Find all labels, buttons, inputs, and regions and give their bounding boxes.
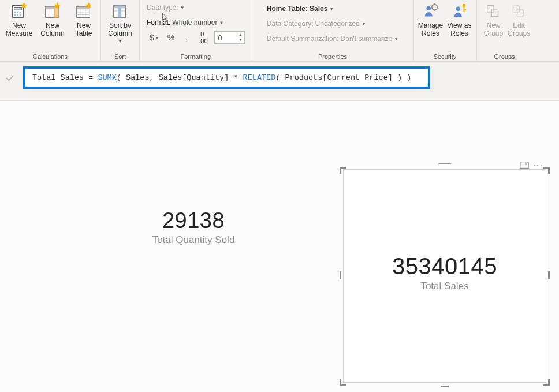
data-category-dropdown[interactable]: Data Category: Uncategorized ▼	[267, 17, 398, 30]
group-edit-icon	[511, 2, 527, 20]
data-category-value: Uncategorized	[315, 20, 360, 28]
resize-handle[interactable]	[340, 379, 341, 386]
svg-rect-7	[20, 14, 21, 16]
spin-down-icon[interactable]: ▼	[237, 38, 244, 43]
ribbon-group-properties: Home Table: Sales ▼ Data Category: Uncat…	[252, 0, 414, 61]
resize-handle[interactable]	[548, 271, 550, 279]
new-measure-button[interactable]: New Measure	[3, 1, 35, 39]
home-table-dropdown[interactable]: Home Table: Sales ▼	[267, 2, 398, 15]
chevron-down-icon: ▼	[394, 36, 398, 42]
chevron-down-icon: ▼	[329, 6, 334, 12]
new-column-label: New Column	[37, 21, 68, 38]
table-icon	[75, 2, 92, 20]
formula-part: Total Sales =	[32, 73, 98, 82]
resize-handle[interactable]	[548, 167, 550, 174]
resize-handle[interactable]	[340, 271, 341, 279]
card-visual-quantity[interactable]: 29138 Total Quantity Sold	[130, 208, 257, 246]
data-type-dropdown[interactable]: Data type: ▼	[147, 1, 245, 14]
card-value: 35340145	[344, 253, 546, 279]
decimal-places-input[interactable]: 0 ▲▼	[214, 31, 245, 44]
group-label-calculations: Calculations	[3, 53, 97, 61]
sort-by-column-button[interactable]: Sort by Column ▼	[105, 1, 136, 47]
edit-groups-label: Edit Groups	[508, 21, 530, 38]
chevron-down-icon: ▾	[156, 35, 158, 40]
chevron-down-icon: ▼	[180, 5, 185, 10]
new-table-button[interactable]: New Table	[70, 1, 97, 39]
new-table-label: New Table	[70, 21, 97, 38]
resize-handle[interactable]	[548, 379, 550, 386]
default-summarization-dropdown[interactable]: Default Summarization: Don't summarize ▼	[267, 32, 398, 45]
view-as-roles-button[interactable]: View as Roles	[446, 1, 473, 39]
svg-rect-41	[520, 162, 528, 169]
manage-roles-label: Manage Roles	[418, 21, 444, 38]
formula-part: ( Products[Current Price] ) )	[275, 73, 411, 82]
format-dropdown[interactable]: Format: Whole number ▼	[147, 16, 245, 29]
group-icon	[485, 2, 502, 20]
edit-groups-button[interactable]: Edit Groups	[509, 1, 529, 39]
home-table-value: Sales	[310, 5, 327, 13]
currency-symbol: $	[150, 33, 154, 42]
formula-fn: RELATED	[243, 73, 276, 82]
ribbon-group-calculations: New Measure New Column	[0, 0, 101, 61]
data-type-label: Data type:	[147, 3, 178, 12]
home-table-label: Home Table:	[267, 5, 308, 13]
spin-up-icon[interactable]: ▲	[237, 32, 244, 38]
default-summarization-value: Don't summarize	[341, 35, 393, 43]
group-label-groups: Groups	[480, 53, 529, 61]
svg-rect-40	[517, 10, 523, 16]
new-group-button[interactable]: New Group	[480, 1, 507, 39]
chevron-down-icon: ▼	[362, 21, 366, 27]
format-label: Format:	[147, 18, 170, 27]
currency-button[interactable]: $ ▾	[147, 31, 161, 44]
format-value: Whole number	[172, 18, 217, 27]
increase-decimal-icon[interactable]: .0.00	[196, 31, 210, 44]
user-key-icon	[451, 2, 468, 20]
view-as-roles-label: View as Roles	[446, 21, 473, 38]
svg-point-28	[431, 5, 437, 10]
default-summarization-label: Default Summarization:	[267, 35, 339, 43]
formula-fn: SUMX	[98, 73, 116, 82]
ribbon-group-sort: Sort by Column ▼ Sort	[101, 0, 140, 61]
svg-rect-36	[463, 9, 466, 10]
svg-rect-6	[17, 14, 18, 16]
resize-handle[interactable]	[441, 386, 449, 387]
visual-frame: 35340145 Total Sales	[343, 169, 546, 383]
svg-rect-38	[491, 10, 498, 16]
group-label-properties: Properties	[256, 53, 410, 61]
ribbon: New Measure New Column	[0, 0, 559, 62]
sort-icon	[111, 2, 129, 20]
group-label-formatting: Formatting	[143, 53, 248, 61]
sort-by-column-label: Sort by Column	[105, 21, 136, 38]
resize-handle[interactable]	[340, 167, 341, 174]
focus-mode-icon[interactable]	[520, 161, 529, 169]
percent-button[interactable]: %	[165, 31, 177, 44]
ribbon-group-groups: New Group Edit Groups Groups	[477, 0, 532, 61]
report-canvas[interactable]: 29138 Total Quantity Sold ··· 35340145 T…	[0, 101, 559, 392]
formula-bar[interactable]: Total Sales = SUMX( Sales, Sales[Quantit…	[23, 66, 430, 89]
card-visual-totalsales-selected[interactable]: ··· 35340145 Total Sales	[341, 159, 549, 390]
calculator-icon	[10, 2, 28, 20]
group-label-security: Security	[418, 53, 473, 61]
svg-rect-4	[20, 12, 21, 13]
new-measure-label: New Measure	[3, 21, 35, 38]
table-column-icon	[44, 2, 61, 20]
card-visual-content: 35340145 Total Sales	[344, 253, 546, 292]
users-gear-icon	[422, 2, 439, 20]
formula-part: ( Sales, Sales[Quantity] *	[117, 73, 243, 82]
formula-commit-button[interactable]	[0, 68, 20, 88]
manage-roles-button[interactable]: Manage Roles	[418, 1, 444, 39]
new-column-button[interactable]: New Column	[37, 1, 68, 39]
ribbon-group-security: Manage Roles View as Roles Security	[414, 0, 477, 61]
svg-rect-39	[513, 6, 519, 12]
new-group-label: New Group	[480, 21, 507, 38]
ribbon-group-formatting: Data type: ▼ Format: Whole number ▼ $ ▾ …	[140, 0, 252, 61]
card-label: Total Quantity Sold	[130, 234, 257, 246]
thousands-sep-button[interactable]: ,	[181, 31, 192, 44]
svg-rect-24	[118, 6, 121, 18]
svg-rect-1	[14, 7, 22, 10]
svg-rect-2	[14, 12, 16, 13]
svg-rect-3	[17, 12, 18, 13]
decimal-places-value: 0	[215, 33, 237, 42]
drag-handle-icon[interactable]	[438, 163, 451, 168]
chevron-down-icon: ▼	[219, 20, 223, 25]
